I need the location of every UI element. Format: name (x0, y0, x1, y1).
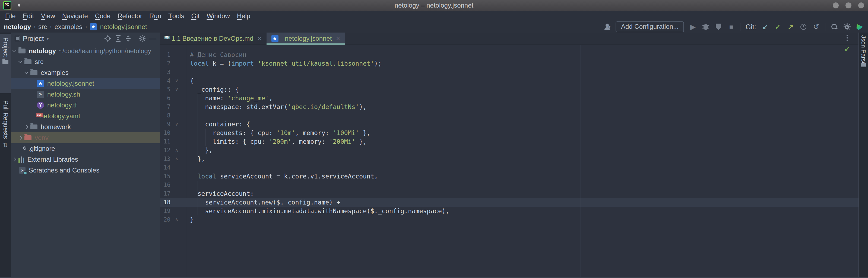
line-number: 18 (160, 198, 170, 207)
coverage-icon[interactable] (715, 23, 722, 31)
menu-item-help[interactable]: Help (234, 11, 254, 21)
tree-item-label: Scratches and Consoles (29, 167, 99, 174)
menu-item-view[interactable]: View (37, 11, 59, 21)
debug-icon[interactable] (702, 23, 710, 31)
editor-area: MD1.1 Введение в DevOps.md×*netology.jso… (160, 33, 859, 277)
stop-icon[interactable]: ■ (727, 23, 735, 31)
excluded-folder-icon (24, 135, 31, 140)
run-icon[interactable]: ▶ (689, 23, 697, 31)
window-button-maximize[interactable] (845, 2, 851, 8)
tree-row-netology[interactable]: netology~/code/learning/python/netology (11, 45, 160, 57)
right-margin-guide (581, 45, 581, 277)
rollback-icon[interactable]: ↺ (812, 23, 820, 31)
select-opened-file-icon[interactable] (104, 35, 111, 42)
user-icon[interactable] (604, 23, 611, 30)
project-stripe-label: Project (2, 37, 9, 57)
code-line: namespace: std.extVar('qbec.io/defaultNs… (190, 103, 367, 111)
code-line: serviceAccount.mixin.metadata.withNamesp… (190, 207, 449, 215)
menu-item-code[interactable]: Code (91, 11, 114, 21)
collapse-all-icon[interactable] (125, 35, 131, 42)
commit-icon[interactable]: ✓ (774, 23, 782, 31)
line-number: 8 (160, 111, 170, 120)
menu-item-window[interactable]: Window (203, 11, 233, 21)
tree-row-external-libraries[interactable]: External Libraries (11, 154, 160, 165)
push-icon[interactable]: ↗ (787, 23, 795, 31)
tree-row-scratches-and-consoles[interactable]: ➤Scratches and Consoles (11, 165, 160, 176)
settings-icon[interactable] (139, 35, 146, 42)
project-panel-title[interactable]: Project (23, 35, 44, 43)
tree-row-netology-tf[interactable]: Ynetology.tf (11, 100, 160, 111)
chevron-down-icon[interactable] (24, 70, 28, 74)
chevron-right-icon[interactable] (24, 125, 28, 129)
chevron-down-icon[interactable] (12, 48, 16, 53)
fold-open-icon[interactable]: ∨ (174, 85, 180, 94)
search-everywhere-icon[interactable] (831, 23, 838, 31)
line-number: 11 (160, 137, 170, 146)
hide-icon[interactable]: — (149, 37, 156, 40)
tool-window-button-json-parser[interactable]: Json Parser (860, 35, 867, 67)
history-icon[interactable] (800, 23, 807, 31)
menu-item-refactor[interactable]: Refactor (114, 11, 146, 21)
tree-item-label: netology (29, 47, 56, 55)
breadcrumb-item[interactable]: examples (55, 23, 83, 31)
pycharm-logo-icon: PC (3, 1, 11, 9)
breadcrumb-item[interactable]: netology.jsonnet (100, 23, 147, 31)
tool-window-button-pull-requests[interactable]: Pull Requests ⇅ (0, 97, 11, 162)
window-button-minimize[interactable] (833, 2, 839, 8)
code-with-me-icon[interactable] (856, 23, 864, 31)
expand-all-icon[interactable] (115, 35, 121, 42)
update-project-icon[interactable]: ↙ (761, 23, 769, 31)
menu-item-run[interactable]: Run (146, 11, 165, 21)
menu-item-navigate[interactable]: Navigate (59, 11, 91, 21)
tree-item-label: examples (41, 69, 69, 76)
tree-row-netology-yaml[interactable]: YMLnetology.yaml (11, 111, 160, 121)
close-tab-icon[interactable]: × (258, 35, 262, 42)
editor-tab-netology-jsonnet[interactable]: *netology.jsonnet× (267, 33, 345, 44)
breadcrumb-item[interactable]: netology (4, 23, 31, 31)
tool-window-button-project[interactable]: Project (0, 34, 11, 93)
fold-open-icon[interactable]: ∨ (174, 120, 180, 129)
breadcrumb-item[interactable]: src (38, 23, 47, 31)
chevron-down-icon[interactable] (19, 59, 22, 63)
code-editor[interactable]: 1# Денис Савосин2local k = (import 'kson… (160, 45, 859, 277)
tree-row-netology-sh[interactable]: >netology.sh (11, 89, 160, 100)
menu-item-file[interactable]: File (2, 11, 19, 21)
settings-icon[interactable] (843, 23, 851, 31)
fold-close-icon[interactable]: ∧ (174, 146, 180, 154)
breadcrumb-separator: › (85, 23, 87, 30)
title-bar: PC netology – netology.jsonnet (0, 0, 868, 11)
pull-request-icon: ⇅ (3, 142, 8, 149)
editor-tabs: MD1.1 Введение в DevOps.md×*netology.jso… (160, 33, 859, 45)
tree-row--gitignore[interactable]: .gitignore (11, 143, 160, 154)
close-tab-icon[interactable]: × (336, 35, 340, 42)
chevron-right-icon[interactable] (12, 158, 16, 161)
window-button-close[interactable] (858, 2, 864, 8)
fold-close-icon[interactable]: ∧ (174, 154, 180, 163)
kebab-menu-icon[interactable] (846, 35, 848, 41)
pull-requests-stripe-label: Pull Requests (2, 100, 9, 139)
tree-row-homework[interactable]: homework (11, 121, 160, 132)
menu-item-git[interactable]: Git (188, 11, 203, 21)
tree-row-netology-jsonnet[interactable]: *netology.jsonnet (11, 78, 160, 89)
tab-label: netology.jsonnet (285, 35, 332, 42)
tree-item-label: src (35, 58, 43, 66)
chevron-down-icon[interactable]: ▾ (47, 36, 49, 41)
folder-icon (24, 59, 31, 64)
fold-open-icon[interactable]: ∨ (174, 76, 180, 85)
breadcrumb-separator: › (50, 23, 52, 30)
editor-tab-1-1-devops-md[interactable]: MD1.1 Введение в DevOps.md× (160, 33, 267, 44)
line-number: 12 (160, 146, 170, 154)
tree-row-examples[interactable]: examples (11, 67, 160, 78)
line-number: 5 (160, 85, 170, 94)
code-line: serviceAccount.new($._config.name) + (190, 198, 340, 207)
add-configuration-button[interactable]: Add Configuration... (616, 22, 684, 32)
tree-item-label: netology.jsonnet (47, 80, 94, 87)
tree-row-src[interactable]: src (11, 57, 160, 67)
fold-close-icon[interactable]: ∧ (174, 215, 180, 224)
menu-item-tools[interactable]: Tools (165, 11, 188, 21)
chevron-right-icon[interactable] (19, 136, 22, 140)
status-bar (0, 277, 868, 278)
tree-row-venv[interactable]: venv (11, 132, 160, 143)
menu-item-edit[interactable]: Edit (19, 11, 37, 21)
project-tree: netology~/code/learning/python/netologys… (11, 45, 160, 176)
